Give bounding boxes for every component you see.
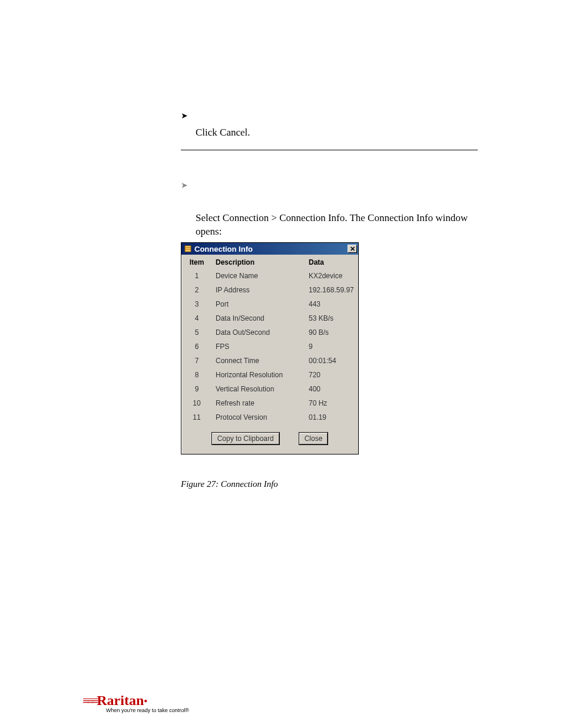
logo-tagline: When you're ready to take control® [106, 707, 206, 713]
header-item: Item [181, 255, 212, 269]
cell-item: 3 [181, 297, 212, 311]
instruction-text: Click Cancel. [196, 126, 250, 140]
table-row: 11Protocol Version01.19 [181, 410, 358, 424]
cell-desc: Device Name [212, 269, 305, 283]
raritan-logo: ≡≡≡ Raritan● When you're ready to take c… [82, 693, 206, 713]
table-row: 4Data In/Second53 KB/s [181, 311, 358, 325]
close-button[interactable]: Close [299, 433, 328, 444]
table-row: 3Port443 [181, 297, 358, 311]
header-description: Description [212, 255, 305, 269]
figure-caption: Figure 27: Connection Info [181, 479, 278, 489]
cell-desc: FPS [212, 340, 305, 354]
button-row: Copy to Clipboard Close [181, 424, 358, 454]
connection-info-window: Connection Info ✕ Item Description Data … [181, 242, 359, 454]
bullet-arrow-icon: ➤ [181, 111, 188, 121]
cell-data: 192.168.59.97 [305, 283, 358, 297]
copy-to-clipboard-button[interactable]: Copy to Clipboard [212, 433, 279, 444]
header-data: Data [305, 255, 358, 269]
table-row: 7Connect Time00:01:54 [181, 354, 358, 368]
table-row: 8Horizontal Resolution720 [181, 368, 358, 382]
cell-item: 5 [181, 325, 212, 340]
bullet-arrow-icon: ➤ [181, 180, 188, 190]
cell-item: 6 [181, 340, 212, 354]
table-row: 10Refresh rate70 Hz [181, 396, 358, 410]
cell-desc: IP Address [212, 283, 305, 297]
cell-item: 11 [181, 410, 212, 424]
cell-data: 443 [305, 297, 358, 311]
cell-desc: Data In/Second [212, 311, 305, 325]
cell-desc: Refresh rate [212, 396, 305, 410]
logo-mark-icon: ≡≡≡ [82, 693, 95, 709]
cell-data: 53 KB/s [305, 311, 358, 325]
table-header-row: Item Description Data [181, 255, 358, 269]
cell-item: 4 [181, 311, 212, 325]
cell-desc: Data Out/Second [212, 325, 305, 340]
logo-dot-icon: ● [144, 697, 147, 704]
cell-data: 70 Hz [305, 396, 358, 410]
close-icon: ✕ [350, 245, 355, 253]
table-row: 9Vertical Resolution400 [181, 382, 358, 396]
table-row: 2IP Address192.168.59.97 [181, 283, 358, 297]
instruction-text: Select Connection > Connection Info. The… [196, 211, 468, 225]
info-table: Item Description Data 1Device NameKX2dev… [181, 255, 358, 424]
cell-data: 00:01:54 [305, 354, 358, 368]
cell-desc: Port [212, 297, 305, 311]
svg-rect-0 [185, 246, 191, 252]
cell-data: 01.19 [305, 410, 358, 424]
window-titlebar: Connection Info ✕ [181, 243, 358, 255]
window-title: Connection Info [194, 245, 348, 253]
table-row: 1Device NameKX2device [181, 269, 358, 283]
close-button[interactable]: ✕ [348, 245, 357, 253]
cell-desc: Vertical Resolution [212, 382, 305, 396]
table-row: 6FPS9 [181, 340, 358, 354]
logo-brand: Raritan [97, 693, 144, 709]
document-page: ➤ Click Cancel. ➤ Select Connection > Co… [0, 0, 562, 728]
cell-data: 720 [305, 368, 358, 382]
cell-data: 400 [305, 382, 358, 396]
cell-data: KX2device [305, 269, 358, 283]
cell-item: 10 [181, 396, 212, 410]
cell-item: 7 [181, 354, 212, 368]
cell-data: 9 [305, 340, 358, 354]
cell-desc: Horizontal Resolution [212, 368, 305, 382]
table-row: 5Data Out/Second90 B/s [181, 325, 358, 340]
app-icon [184, 245, 192, 253]
cell-item: 1 [181, 269, 212, 283]
cell-desc: Connect Time [212, 354, 305, 368]
instruction-text: opens: [196, 225, 222, 239]
cell-item: 8 [181, 368, 212, 382]
section-divider [181, 150, 478, 150]
cell-data: 90 B/s [305, 325, 358, 340]
cell-item: 9 [181, 382, 212, 396]
cell-item: 2 [181, 283, 212, 297]
cell-desc: Protocol Version [212, 410, 305, 424]
